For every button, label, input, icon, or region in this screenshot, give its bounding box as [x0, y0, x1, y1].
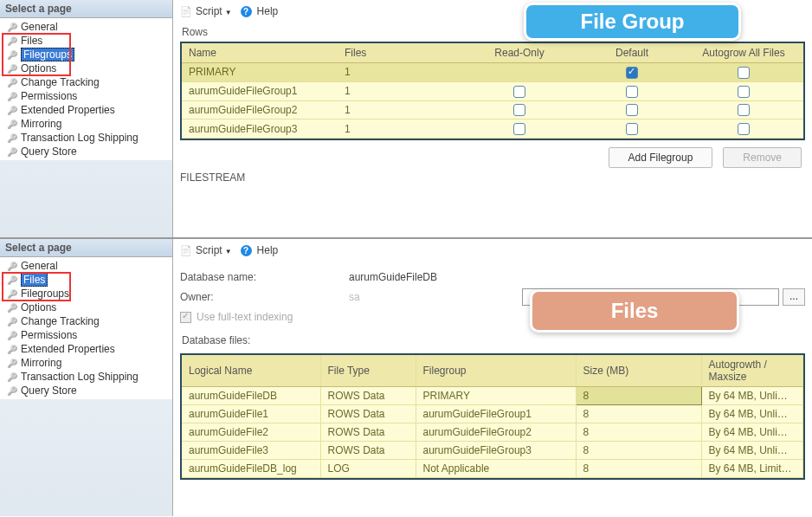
page-root: Select a page GeneralFilesFilegroupsOpti… [0, 0, 812, 517]
owner-browse-button[interactable]: ... [783, 288, 805, 306]
sidebar-item[interactable]: Change Tracking [3, 314, 172, 328]
sidebar-item-label: Permissions [21, 329, 77, 341]
readonly-checkbox[interactable] [513, 123, 525, 135]
default-checkbox[interactable] [626, 123, 638, 135]
main-panel-2: Files Script ? Help Database name: aurum… [173, 239, 812, 516]
sidebar-item-label: Query Store [21, 145, 77, 158]
cell-files: 1 [338, 81, 459, 100]
cell-autogrow [684, 100, 803, 120]
sidebar-item[interactable]: Options [3, 61, 172, 75]
sidebar-item[interactable]: Filegroups [3, 48, 172, 61]
table-row[interactable]: aurumGuideFile3ROWS DataaurumGuideFileGr… [182, 442, 803, 460]
sidebar-item[interactable]: Permissions [3, 89, 172, 103]
add-filegroup-button[interactable]: Add Filegroup [609, 147, 713, 168]
table-row[interactable]: aurumGuideFile2ROWS DataaurumGuideFileGr… [182, 423, 803, 442]
sidebar-item-label: Options [21, 62, 56, 74]
sidebar-item[interactable]: Files [3, 34, 172, 48]
sidebar-item-label: Query Store [21, 385, 77, 397]
cell-default [580, 63, 684, 82]
sidebar-item[interactable]: Transaction Log Shipping [3, 131, 172, 145]
readonly-checkbox[interactable] [513, 86, 525, 98]
col-size: Size (MB) [576, 355, 701, 387]
cell-size: 8 [576, 460, 701, 478]
col-autogrow: Autogrow All Files [684, 43, 803, 63]
filegroups-tbody: PRIMARY1aurumGuideFileGroup11aurumGuideF… [182, 63, 803, 139]
sidebar-item[interactable]: Query Store [3, 145, 172, 158]
sidebar-item[interactable]: Query Store [3, 384, 172, 397]
cell-size: 8 [576, 442, 701, 460]
script-button[interactable]: Script [196, 244, 232, 256]
cell-logical-name: aurumGuideFile2 [182, 423, 320, 442]
autogrow-checkbox[interactable] [738, 104, 750, 116]
sidebar-item-label: Mirroring [21, 118, 61, 130]
cell-readonly [459, 100, 580, 120]
sidebar-item[interactable]: Transaction Log Shipping [3, 370, 172, 384]
cell-autogrowth: By 64 MB, Unlimited [701, 423, 803, 442]
default-checkbox[interactable] [626, 86, 638, 98]
sidebar-item[interactable]: Mirroring [3, 356, 172, 370]
readonly-checkbox[interactable] [513, 104, 525, 116]
cell-filegroup: aurumGuideFileGroup2 [416, 423, 576, 442]
table-row[interactable]: aurumGuideFileGroup11 [182, 81, 803, 100]
cell-autogrow [684, 81, 803, 100]
sidebar-item[interactable]: Extended Properties [3, 342, 172, 356]
col-files: Files [338, 43, 459, 63]
sidebar-item[interactable]: Extended Properties [3, 103, 172, 117]
default-checkbox[interactable] [626, 67, 638, 79]
fulltext-checkbox [180, 312, 191, 323]
sidebar-item[interactable]: Options [3, 301, 172, 314]
help-icon: ? [241, 245, 252, 256]
sidebar-item[interactable]: Mirroring [3, 117, 172, 131]
cell-logical-name: aurumGuideFileDB [182, 387, 320, 405]
sidebar-item-label: Change Tracking [21, 76, 100, 88]
sidebar-item[interactable]: Filegroups [3, 287, 172, 301]
table-row[interactable]: aurumGuideFileDB_logLOGNot Applicable8By… [182, 460, 803, 478]
table-row[interactable]: aurumGuideFileGroup31 [182, 120, 803, 139]
cell-name: aurumGuideFileGroup1 [182, 81, 338, 100]
sidebar-item-label: Transaction Log Shipping [21, 132, 139, 144]
cell-autogrow [684, 63, 803, 82]
cell-logical-name: aurumGuideFile3 [182, 442, 320, 460]
cell-files: 1 [338, 100, 459, 120]
cell-autogrowth: By 64 MB, Unlimited [701, 442, 803, 460]
sidebar-list-2: GeneralFilesFilegroupsOptionsChange Trac… [0, 257, 172, 399]
sidebar-item-label: Mirroring [21, 357, 61, 369]
table-row[interactable]: aurumGuideFileGroup21 [182, 100, 803, 120]
table-row[interactable]: PRIMARY1 [182, 63, 803, 82]
filegroup-button-row: Add Filegroup Remove [180, 140, 805, 168]
help-button[interactable]: Help [257, 5, 279, 17]
col-name: Name [182, 43, 338, 63]
dbfiles-table: Logical Name File Type Filegroup Size (M… [180, 353, 805, 480]
sidebar-item[interactable]: Files [3, 273, 172, 287]
owner-label: Owner: [180, 291, 349, 303]
autogrow-checkbox[interactable] [738, 86, 750, 98]
sidebar-item[interactable]: General [3, 20, 172, 34]
dbname-row: Database name: aurumGuideFileDB [180, 268, 805, 286]
help-icon: ? [241, 6, 252, 17]
autogrow-checkbox[interactable] [738, 67, 750, 79]
cell-readonly [459, 81, 580, 100]
sidebar-item[interactable]: Change Tracking [3, 75, 172, 89]
autogrow-checkbox[interactable] [738, 123, 750, 135]
dbfiles-tbody: aurumGuideFileDBROWS DataPRIMARY8By 64 M… [182, 387, 803, 478]
sidebar-item-label: Files [21, 273, 48, 287]
dbname-label: Database name: [180, 271, 349, 283]
cell-readonly [459, 120, 580, 139]
pane-files: Select a page GeneralFilesFilegroupsOpti… [0, 239, 812, 516]
filestream-label: FILESTREAM [180, 168, 805, 184]
col-logical-name: Logical Name [182, 355, 320, 387]
sidebar-item-label: Transaction Log Shipping [21, 371, 139, 383]
owner-value: sa [349, 291, 522, 303]
main-panel-1: File Group Script ? Help Rows Name Files… [173, 0, 812, 237]
dbfiles-label: Database files: [180, 331, 805, 350]
table-row[interactable]: aurumGuideFileDBROWS DataPRIMARY8By 64 M… [182, 387, 803, 405]
sidebar-item[interactable]: Permissions [3, 328, 172, 342]
sidebar-item[interactable]: General [3, 259, 172, 273]
cell-autogrow [684, 120, 803, 139]
sidebar-item-label: Filegroups [21, 288, 69, 300]
default-checkbox[interactable] [626, 104, 638, 116]
cell-size: 8 [576, 405, 701, 423]
table-row[interactable]: aurumGuideFile1ROWS DataaurumGuideFileGr… [182, 405, 803, 423]
help-button[interactable]: Help [257, 244, 279, 256]
script-button[interactable]: Script [196, 5, 232, 17]
